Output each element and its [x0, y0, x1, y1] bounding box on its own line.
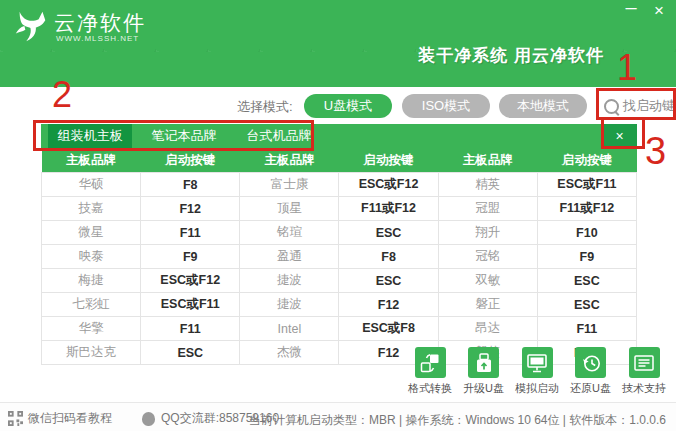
brand-cell: 翔升	[438, 221, 537, 245]
brand-cell: 磐正	[438, 293, 537, 317]
wechat-tutorial-label: 微信扫码看教程	[28, 410, 112, 427]
tool-label: 模拟启动	[515, 381, 559, 396]
tab-assembled-motherboard[interactable]: 组装机主板	[48, 124, 132, 148]
boot-key-cell: ESC或F12	[141, 269, 240, 293]
mode-local-button[interactable]: 本地模式	[499, 94, 587, 118]
brand-cell: 华硕	[42, 173, 141, 197]
boot-key-cell: ESC或F12	[339, 173, 438, 197]
brand-cell: 华擎	[42, 317, 141, 341]
boot-key-cell: ESC	[537, 293, 636, 317]
find-boot-key-button[interactable]: 找启动键	[604, 95, 675, 117]
tool-label: 技术支持	[622, 381, 666, 396]
column-header: 主板品牌	[438, 148, 537, 173]
brand-cell: 顶星	[240, 197, 339, 221]
table-row: 七彩虹 ESC或F11 捷波 F12 磐正 ESC	[42, 293, 637, 317]
app-logo-icon	[13, 7, 51, 45]
tool-label: 升级U盘	[463, 381, 504, 396]
restore-usb-button[interactable]: 还原U盘	[567, 347, 615, 396]
tab-desktop-brand[interactable]: 台式机品牌	[234, 124, 324, 148]
boot-key-table: 主板品牌 启动按键 主板品牌 启动按键 主板品牌 启动按键 华硕 F8 富士康 …	[41, 148, 637, 365]
table-row: 微星 F11 铭瑄 ESC 翔升 F10	[42, 221, 637, 245]
boot-key-cell: F12	[141, 197, 240, 221]
table-row: 华硕 F8 富士康 ESC或F12 精英 ESC或F11	[42, 173, 637, 197]
brand-cell: 七彩虹	[42, 293, 141, 317]
boot-key-cell: F8	[141, 173, 240, 197]
simulate-boot-icon	[522, 347, 553, 378]
upgrade-usb-icon	[468, 347, 499, 378]
qq-penguin-icon	[142, 412, 155, 426]
titlebar: 云净软件 WWW.MLSSH.NET – × 装干净系统 用云净软件	[0, 0, 676, 87]
table-header-row: 主板品牌 启动按键 主板品牌 启动按键 主板品牌 启动按键	[42, 148, 637, 173]
table-row: 梅捷 ESC或F12 捷波 ESC 双敏 ESC	[42, 269, 637, 293]
app-window: 云净软件 WWW.MLSSH.NET – × 装干净系统 用云净软件 选择模式:…	[0, 0, 676, 431]
column-header: 主板品牌	[240, 148, 339, 173]
brand-cell: 盈通	[240, 245, 339, 269]
tab-laptop-brand[interactable]: 笔记本品牌	[139, 124, 229, 148]
boot-key-cell: ESC	[339, 221, 438, 245]
bottom-toolbar: 格式转换 升级U盘 模拟启动	[406, 347, 668, 396]
status-bar: 微信扫码看教程 QQ交流群:858759160 当前计算机启动类型：MBR | …	[0, 402, 676, 431]
system-info-text: 当前计算机启动类型：MBR | 操作系统：Windows 10 64位 | 软件…	[249, 412, 666, 429]
find-boot-key-label: 找启动键	[623, 97, 675, 115]
boot-key-cell: F9	[537, 245, 636, 269]
brand-cell: 冠铭	[438, 245, 537, 269]
boot-key-cell: ESC或F8	[339, 317, 438, 341]
boot-key-cell: F11	[537, 317, 636, 341]
boot-key-cell: F11或F12	[537, 197, 636, 221]
close-window-button[interactable]: ×	[648, 1, 670, 21]
simulate-boot-button[interactable]: 模拟启动	[513, 347, 561, 396]
column-header: 启动按键	[537, 148, 636, 173]
wechat-tutorial-link[interactable]: 微信扫码看教程	[8, 410, 112, 427]
brand-cell: 梅捷	[42, 269, 141, 293]
table-row: 技嘉 F12 顶星 F11或F12 冠盟 F11或F12	[42, 197, 637, 221]
boot-key-cell: ESC	[339, 269, 438, 293]
restore-usb-icon	[575, 347, 606, 378]
tech-support-icon	[629, 347, 660, 378]
brand-cell: 捷波	[240, 293, 339, 317]
brand-cell: 技嘉	[42, 197, 141, 221]
mode-select-label: 选择模式:	[237, 98, 293, 116]
qr-code-icon	[8, 411, 23, 426]
brand-cell: 映泰	[42, 245, 141, 269]
boot-key-cell: F11或F12	[339, 197, 438, 221]
app-url: WWW.MLSSH.NET	[56, 34, 139, 43]
brand-cell: 捷波	[240, 269, 339, 293]
boot-key-cell: F9	[141, 245, 240, 269]
boot-key-cell: F11	[141, 221, 240, 245]
brand-cell: 斯巴达克	[42, 341, 141, 365]
boot-key-cell: F10	[537, 221, 636, 245]
tool-label: 还原U盘	[570, 381, 611, 396]
close-panel-button[interactable]: ×	[602, 124, 637, 148]
brand-cell: 双敏	[438, 269, 537, 293]
boot-key-cell: F12	[339, 293, 438, 317]
boot-key-cell: F11	[141, 317, 240, 341]
annotation-number-3: 3	[645, 132, 666, 170]
upgrade-usb-button[interactable]: 升级U盘	[460, 347, 508, 396]
mode-usb-button[interactable]: U盘模式	[304, 94, 392, 118]
brand-cell: 富士康	[240, 173, 339, 197]
brand-cell: 杰微	[240, 341, 339, 365]
slogan-text: 装干净系统 用云净软件	[418, 44, 604, 67]
format-convert-button[interactable]: 格式转换	[406, 347, 454, 396]
boot-key-cell: ESC或F11	[141, 293, 240, 317]
table-row: 映泰 F9 盈通 F8 冠铭 F9	[42, 245, 637, 269]
brand-cell: 冠盟	[438, 197, 537, 221]
app-title: 云净软件	[54, 9, 146, 37]
tool-label: 格式转换	[408, 381, 452, 396]
mode-selection-bar: 选择模式: U盘模式 ISO模式 本地模式 找启动键	[0, 87, 676, 125]
brand-cell: 铭瑄	[240, 221, 339, 245]
brand-cell: 昂达	[438, 317, 537, 341]
boot-key-cell: ESC	[537, 269, 636, 293]
brand-cell: Intel	[240, 317, 339, 341]
column-header: 主板品牌	[42, 148, 141, 173]
search-icon	[604, 99, 619, 114]
format-convert-icon	[415, 347, 446, 378]
column-header: 启动按键	[339, 148, 438, 173]
table-row: 华擎 F11 Intel ESC或F8 昂达 F11	[42, 317, 637, 341]
brand-tab-bar: 组装机主板 笔记本品牌 台式机品牌 ×	[41, 124, 637, 148]
tech-support-button[interactable]: 技术支持	[620, 347, 668, 396]
boot-key-cell: F8	[339, 245, 438, 269]
mode-iso-button[interactable]: ISO模式	[402, 94, 490, 118]
column-header: 启动按键	[141, 148, 240, 173]
minimize-button[interactable]: –	[620, 0, 642, 17]
